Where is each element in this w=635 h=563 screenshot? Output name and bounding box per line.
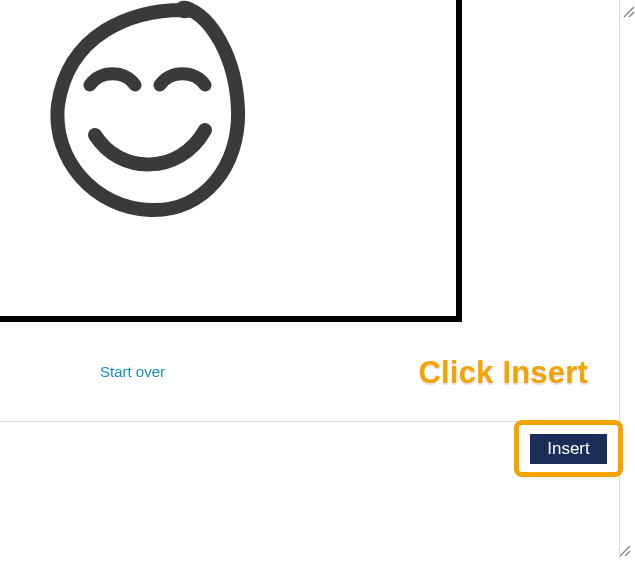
svg-line-0 xyxy=(624,7,634,17)
resize-handle-icon[interactable] xyxy=(617,543,631,557)
start-over-link[interactable]: Start over xyxy=(100,363,165,380)
click-insert-annotation: Click Insert xyxy=(418,355,588,391)
drawing-canvas[interactable] xyxy=(0,0,462,322)
svg-line-2 xyxy=(620,546,630,556)
action-row: Start over Click Insert xyxy=(0,355,600,395)
horizontal-divider xyxy=(0,421,605,422)
svg-line-3 xyxy=(625,551,630,556)
panel-right-divider xyxy=(619,0,620,560)
smiley-drawing xyxy=(40,0,250,220)
insert-highlight-box: Insert xyxy=(514,420,623,477)
svg-line-1 xyxy=(629,12,634,17)
resize-handle-icon[interactable] xyxy=(621,4,635,18)
insert-button[interactable]: Insert xyxy=(530,434,607,464)
